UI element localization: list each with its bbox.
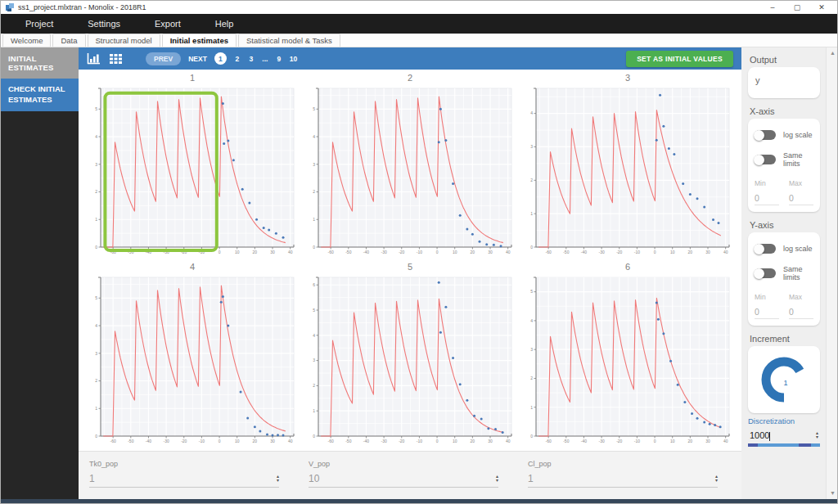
svg-text:4: 4 [313, 134, 315, 139]
y-min-input[interactable]: 0 [755, 307, 779, 319]
y-log-scale-toggle[interactable] [755, 244, 776, 254]
close-button[interactable]: ✕ [809, 2, 834, 13]
svg-text:-60: -60 [546, 250, 552, 254]
parameter-bar: Tk0_pop 1 ▴▾ V_pop 10 ▴▾ Cl_pop [79, 451, 741, 499]
y-max-input[interactable]: 0 [789, 307, 813, 319]
tab-structural-model[interactable]: Structural model [88, 34, 160, 47]
menu-help[interactable]: Help [204, 19, 246, 29]
x-min-input[interactable]: 0 [755, 193, 779, 205]
menu-project[interactable]: Project [14, 19, 65, 29]
bar-chart-icon[interactable] [87, 53, 101, 65]
page-10[interactable]: 10 [290, 55, 297, 63]
stepper-icon[interactable]: ▴▾ [496, 475, 498, 483]
toggle-label: log scale [783, 131, 813, 139]
svg-text:-50: -50 [563, 250, 569, 254]
page-9[interactable]: 9 [276, 55, 282, 63]
svg-text:10: 10 [235, 250, 240, 254]
svg-text:40: 40 [723, 439, 728, 443]
param-tk0-pop: Tk0_pop 1 ▴▾ [89, 460, 279, 499]
svg-text:1: 1 [313, 408, 315, 413]
svg-text:-60: -60 [110, 439, 116, 443]
svg-text:0: 0 [95, 245, 97, 250]
set-as-initial-values-button[interactable]: SET AS INITIAL VALUES [626, 51, 733, 67]
min-label: Min [755, 293, 779, 301]
output-section: Output y [748, 55, 820, 98]
toggle-label: Same limits [783, 151, 813, 168]
discretization-input[interactable]: 1000 [750, 430, 816, 441]
x-same-limits-toggle[interactable] [755, 155, 776, 164]
tab-data[interactable]: Data [52, 34, 85, 47]
param-tk0-pop-input[interactable]: 1 [89, 473, 277, 484]
param-label: Tk0_pop [89, 460, 279, 468]
svg-text:0: 0 [219, 250, 221, 254]
svg-text:-60: -60 [328, 250, 334, 254]
svg-text:2: 2 [95, 189, 97, 194]
svg-text:-40: -40 [363, 439, 369, 443]
svg-text:20: 20 [471, 250, 475, 254]
svg-text:20: 20 [688, 250, 693, 254]
page-1[interactable]: 1 [214, 52, 227, 65]
svg-text:5: 5 [313, 308, 315, 313]
subplot-3: 3-60-50-40-30-20-1001020304001234 [519, 72, 737, 261]
svg-text:30: 30 [270, 250, 275, 254]
svg-text:-40: -40 [146, 439, 151, 443]
scroll-down-icon[interactable]: ▼ [830, 490, 836, 496]
window-title: ss1_project.mlxtran - Monolix - 2018R1 [18, 3, 760, 11]
menu-settings[interactable]: Settings [76, 19, 132, 29]
stepper-icon[interactable]: ▴▾ [816, 431, 818, 439]
x-log-scale-toggle[interactable] [755, 130, 776, 140]
svg-text:2: 2 [95, 378, 97, 383]
sidebar-item-check-initial-estimates[interactable]: CHECK INITIAL ESTIMATES [1, 79, 79, 111]
svg-text:20: 20 [688, 439, 693, 443]
svg-text:5: 5 [530, 289, 533, 294]
svg-text:-50: -50 [345, 250, 351, 254]
subplot-chart: -60-50-40-30-20-100102030400123456 [304, 273, 516, 447]
svg-text:-50: -50 [345, 439, 351, 443]
svg-text:4: 4 [530, 318, 533, 323]
increment-label: Increment [750, 334, 820, 344]
svg-text:10: 10 [235, 439, 240, 443]
svg-text:30: 30 [488, 439, 493, 443]
svg-text:40: 40 [723, 250, 728, 254]
svg-text:-30: -30 [381, 439, 386, 443]
tab-statistical-model-tasks[interactable]: Statistical model & Tasks [238, 34, 340, 47]
subplot-title: 4 [190, 261, 195, 273]
svg-text:2: 2 [313, 383, 315, 388]
pagination: PREV NEXT 1 2 3 ... 9 10 [146, 52, 297, 65]
prev-button[interactable]: PREV [146, 52, 181, 65]
svg-text:10: 10 [670, 250, 675, 254]
param-v-pop-input[interactable]: 10 [309, 473, 496, 484]
output-value[interactable]: y [755, 74, 813, 92]
settings-panel: Output y X-axis log scale Same limits [741, 47, 826, 499]
svg-text:-20: -20 [181, 439, 187, 443]
scroll-up-icon[interactable]: ▲ [830, 50, 836, 56]
next-button[interactable]: NEXT [188, 55, 207, 63]
param-cl-pop-input[interactable]: 1 [528, 473, 715, 484]
stepper-icon[interactable]: ▴▾ [277, 475, 279, 483]
x-max-input[interactable]: 0 [789, 193, 813, 205]
max-label: Max [789, 179, 813, 187]
tabs-bar: Welcome Data Structural model Initial es… [1, 34, 837, 47]
page-3[interactable]: 3 [248, 55, 255, 63]
x-axis-section: X-axis log scale Same limits Min 0 [748, 106, 820, 212]
increment-knob[interactable]: 1 [759, 354, 809, 405]
svg-text:-40: -40 [581, 439, 587, 443]
svg-text:-30: -30 [598, 250, 604, 254]
minimize-button[interactable]: – [760, 2, 785, 13]
maximize-button[interactable]: ▢ [785, 2, 809, 13]
sidebar: INITIAL ESTIMATES CHECK INITIAL ESTIMATE… [1, 47, 79, 499]
svg-text:0: 0 [436, 439, 439, 443]
grid-icon[interactable] [109, 53, 123, 65]
svg-text:4: 4 [530, 110, 533, 115]
panel-scrollbar[interactable]: ▲ ▼ [826, 47, 838, 499]
tab-initial-estimates[interactable]: Initial estimates [162, 34, 237, 47]
stepper-icon[interactable]: ▴▾ [715, 475, 718, 483]
x-axis-label: X-axis [750, 106, 820, 116]
page-2[interactable]: 2 [234, 55, 241, 63]
tab-welcome[interactable]: Welcome [2, 34, 51, 47]
subplot-chart: -60-50-40-30-20-10010203040012345 [522, 273, 733, 447]
svg-text:0: 0 [219, 439, 221, 443]
subplot-chart: -60-50-40-30-20-1001020304001234 [522, 84, 733, 258]
y-same-limits-toggle[interactable] [755, 268, 776, 278]
menu-export[interactable]: Export [143, 19, 192, 29]
